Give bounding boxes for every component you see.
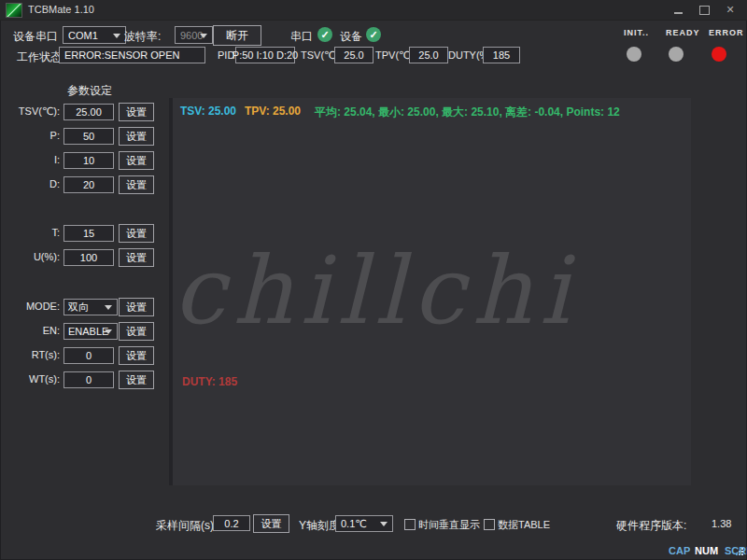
data-table-checkbox-label: 数据TABLE — [498, 518, 550, 532]
tsv-param-input[interactable]: 25.00 — [63, 104, 114, 120]
mode-param-label: MODE: — [0, 301, 60, 312]
tsv-readout-label: TSV(℃) — [301, 49, 339, 62]
port-label: 设备串口 — [13, 29, 58, 45]
time-vertical-checkbox[interactable] — [404, 519, 416, 530]
close-button[interactable]: ✕ — [717, 0, 743, 20]
t-param-label: T: — [0, 227, 60, 238]
en-param-label: EN: — [0, 325, 60, 336]
tsv-param-label: TSV(℃): — [0, 105, 60, 118]
caps-lock-indicator: CAP — [669, 545, 690, 556]
rt-param-input[interactable]: 0 — [63, 347, 114, 364]
param-row-t: T: 15 设置 — [0, 225, 168, 243]
param-row-u: U(%): 100 设置 — [0, 249, 168, 267]
sample-interval-label: 采样间隔(s) — [156, 518, 214, 534]
window-title: TCBMate 1.10 — [28, 4, 94, 15]
rt-set-button[interactable]: 设置 — [119, 346, 154, 365]
port-select[interactable]: COM1 — [63, 26, 126, 44]
work-status-field[interactable]: ERROR:SENSOR OPEN — [59, 47, 205, 63]
legend-tpv: TPV: 25.00 — [245, 105, 301, 118]
y-scale-select[interactable]: 0.1℃ — [335, 515, 393, 532]
tsv-readout-field[interactable]: 25.0 — [334, 47, 374, 63]
baud-select[interactable]: 9600 — [175, 26, 213, 44]
device-ok-icon: ✓ — [366, 27, 381, 42]
error-indicator-light — [712, 47, 726, 62]
sample-interval-set-button[interactable]: 设置 — [253, 514, 289, 533]
param-row-wt: WT(s): 0 设置 — [0, 371, 168, 389]
t-param-input[interactable]: 15 — [63, 225, 114, 242]
init-indicator-light — [627, 47, 641, 62]
statusbar: CAP NUM SCRL — [0, 542, 747, 560]
chevron-down-icon — [105, 305, 112, 310]
en-set-button[interactable]: 设置 — [119, 322, 154, 341]
duty-readout-field[interactable]: 185 — [483, 47, 520, 63]
param-row-en: EN: ENABLE 设置 — [0, 323, 168, 341]
maximize-icon — [699, 6, 710, 15]
error-indicator-label: ERROR — [709, 28, 744, 37]
d-param-label: D: — [0, 178, 60, 189]
firmware-version-value: 1.38 — [712, 518, 731, 529]
ready-indicator-light — [669, 47, 684, 62]
tsv-set-button[interactable]: 设置 — [119, 103, 154, 121]
i-param-input[interactable]: 10 — [63, 152, 114, 169]
param-row-i: I: 10 设置 — [0, 152, 168, 170]
sample-interval-input[interactable]: 0.2 — [213, 515, 250, 531]
tpv-readout-field[interactable]: 25.0 — [409, 47, 448, 63]
params-title: 参数设定 — [67, 83, 112, 99]
p-param-input[interactable]: 50 — [63, 128, 114, 145]
chart-plot: chillchi TSV: 25.00 TPV: 25.00 平均: 25.04… — [173, 98, 691, 485]
chevron-down-icon — [380, 522, 388, 526]
device-status-label: 设备 — [340, 29, 362, 45]
param-row-rt: RT(s): 0 设置 — [0, 347, 168, 365]
maximize-button[interactable] — [691, 0, 717, 20]
pid-field[interactable]: P:50 I:10 D:20 — [235, 47, 295, 63]
titlebar: TCBMate 1.10 ✕ — [0, 0, 747, 21]
t-set-button[interactable]: 设置 — [119, 224, 154, 243]
app-icon — [6, 3, 22, 18]
wt-param-label: WT(s): — [0, 373, 60, 385]
i-param-label: I: — [0, 154, 60, 165]
app-window: TCBMate 1.10 ✕ 设备串口 COM1 波特率: 9600 断开 串口… — [0, 0, 747, 560]
wt-set-button[interactable]: 设置 — [119, 371, 154, 389]
serial-status-label: 串口 — [290, 29, 313, 45]
u-set-button[interactable]: 设置 — [119, 248, 154, 267]
data-table-checkbox[interactable] — [484, 519, 495, 530]
ready-indicator-label: READY — [666, 28, 700, 37]
baud-label: 波特率: — [124, 29, 161, 45]
en-select[interactable]: ENABLE — [63, 323, 118, 340]
chart-svg — [173, 98, 707, 494]
chevron-down-icon — [105, 329, 112, 334]
rt-param-label: RT(s): — [0, 349, 60, 360]
minimize-button[interactable] — [665, 0, 691, 20]
work-status-label: 工作状态 — [17, 49, 62, 65]
serial-ok-icon: ✓ — [317, 27, 332, 42]
wt-param-input[interactable]: 0 — [63, 371, 114, 388]
time-vertical-checkbox-label: 时间垂直显示 — [418, 518, 480, 532]
legend-stats: 平均: 25.04, 最小: 25.00, 最大: 25.10, 离差: -0.… — [315, 105, 620, 120]
firmware-version-label: 硬件程序版本: — [616, 518, 686, 534]
param-row-mode: MODE: 双向 设置 — [0, 299, 168, 316]
u-param-input[interactable]: 100 — [63, 249, 114, 266]
init-indicator-label: INIT.. — [624, 28, 649, 37]
mode-select[interactable]: 双向 — [63, 299, 118, 315]
d-set-button[interactable]: 设置 — [119, 175, 154, 194]
disconnect-button[interactable]: 断开 — [213, 25, 261, 46]
param-row-d: D: 20 设置 — [0, 176, 168, 194]
tpv-readout-label: TPV(℃) — [375, 49, 414, 62]
p-set-button[interactable]: 设置 — [119, 127, 154, 146]
close-icon: ✕ — [726, 4, 734, 16]
chevron-down-icon — [200, 34, 207, 38]
param-row-p: P: 50 设置 — [0, 128, 168, 146]
u-param-label: U(%): — [0, 251, 60, 262]
legend-tsv: TSV: 25.00 — [180, 105, 236, 118]
minimize-icon — [674, 12, 683, 14]
i-set-button[interactable]: 设置 — [119, 151, 154, 170]
p-param-label: P: — [0, 130, 60, 141]
resize-grip[interactable] — [735, 547, 744, 556]
param-row-tsv: TSV(℃): 25.00 设置 — [0, 104, 168, 121]
d-param-input[interactable]: 20 — [63, 176, 114, 193]
legend-duty: DUTY: 185 — [182, 375, 237, 388]
chevron-down-icon — [113, 34, 120, 38]
mode-set-button[interactable]: 设置 — [119, 298, 154, 316]
num-lock-indicator: NUM — [695, 545, 718, 556]
